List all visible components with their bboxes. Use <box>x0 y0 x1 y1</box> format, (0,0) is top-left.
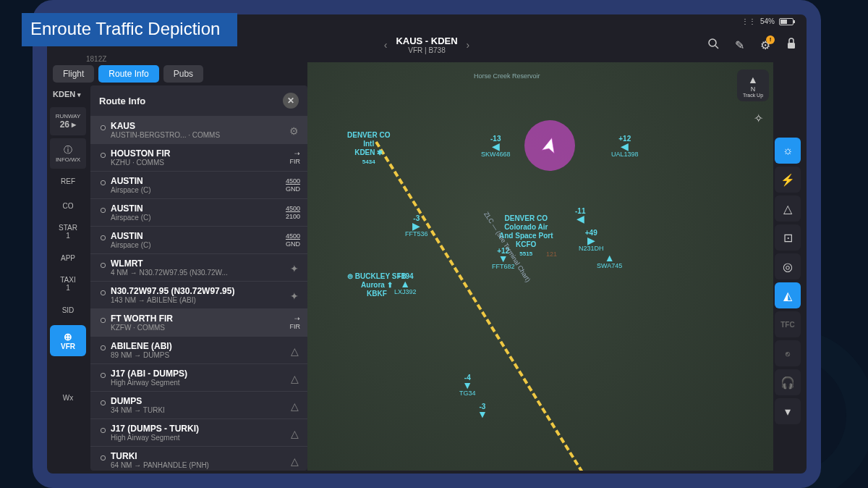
route-subtitle: VFR | B738 <box>396 46 457 54</box>
nav-app[interactable]: APP <box>50 245 86 270</box>
rail-warning-icon[interactable]: △ <box>775 195 801 222</box>
route-item-title: AUSTIN <box>111 176 300 186</box>
nav-sid[interactable]: SID <box>50 298 86 322</box>
route-item[interactable]: J17 (ABI - DUMPS)High Airway Segment△ <box>90 363 307 391</box>
route-item-title: DUMPS <box>111 396 300 406</box>
right-rail: ☼ ⚡ △ ⊡ ◎ ◭ TFC ⎋ 🎧 ▾ <box>775 138 804 424</box>
search-icon[interactable] <box>707 38 719 52</box>
nav-info-wx[interactable]: ⓘ INFO/WX <box>50 138 86 169</box>
svg-rect-2 <box>788 43 795 49</box>
traffic-target[interactable]: +12◀UAL1398 <box>611 135 639 158</box>
route-item-altitude: 45002100 <box>286 205 300 221</box>
tab-route-info[interactable]: Route Info <box>98 65 158 83</box>
rail-tfc-button[interactable]: TFC <box>775 311 801 337</box>
route-item-title: ABILENE (ABI) <box>111 341 300 351</box>
battery-pct: 54% <box>760 17 775 25</box>
draw-icon[interactable]: ✎ <box>735 38 744 52</box>
rail-audio-icon[interactable]: 🎧 <box>775 369 801 395</box>
route-item-subtitle: 143 NM → ABILENE (ABI) <box>111 296 300 304</box>
nav-star[interactable]: STAR1 <box>50 218 86 245</box>
route-item-altitude: 4500GND <box>286 177 300 193</box>
settings-icon[interactable]: ⚙! <box>760 38 770 52</box>
route-item[interactable]: ABILENE (ABI)89 NM → DUMPS△ <box>90 336 307 363</box>
route-item-icon: △ <box>291 428 299 439</box>
nav-co[interactable]: CO <box>50 193 86 218</box>
rail-brightness-icon[interactable]: ☼ <box>775 138 801 164</box>
route-item-icon: △ <box>291 345 299 357</box>
sidebar-nav: RUNWAY 26 ▸ ⓘ INFO/WX REF CO STAR1 APP T… <box>50 107 86 410</box>
route-item-title: KAUS <box>111 121 300 131</box>
ownship-marker <box>524 120 575 171</box>
route-list: KAUSAUSTIN-BERGSTRO... · COMMS⚙HOUSTON F… <box>90 116 307 471</box>
nav-runway[interactable]: RUNWAY 26 ▸ <box>50 107 86 135</box>
route-item[interactable]: N30.72W97.95 (N30.72W97.95)143 NM → ABIL… <box>90 281 307 308</box>
route-item-subtitle: 89 NM → DUMPS <box>111 351 300 359</box>
route-item-title: TURKI <box>111 451 300 461</box>
route-item[interactable]: AUSTINAirspace (C)4500GND <box>90 171 307 198</box>
obstruction-number: 121 <box>546 251 557 258</box>
route-item-fir-badge: ⇢FIR <box>290 150 301 166</box>
route-item-subtitle: AUSTIN-BERGSTRO... · COMMS <box>111 131 300 139</box>
route-item[interactable]: KAUSAUSTIN-BERGSTRO... · COMMS⚙ <box>90 116 307 143</box>
route-item[interactable]: DUMPS34 NM → TURKI△ <box>90 391 307 418</box>
route-item-icon: ⚙ <box>289 125 299 137</box>
lock-icon[interactable] <box>786 38 796 52</box>
route-item-subtitle: KZFW · COMMS <box>111 324 300 332</box>
rail-speed-icon[interactable]: ⎋ <box>775 340 801 366</box>
nav-vfr[interactable]: VFR <box>50 325 86 356</box>
wifi-icon: ⋮⋮ <box>741 17 756 25</box>
locate-button[interactable]: ✧ <box>754 112 763 125</box>
map-area[interactable]: Horse Creek Reservoir DENVER COIntl KDEN… <box>307 62 773 471</box>
compass-button[interactable]: ▲ N Track Up <box>737 70 769 101</box>
rail-terrain-icon[interactable]: ◭ <box>775 282 801 308</box>
route-item-subtitle: High Airway Segment <box>111 379 300 387</box>
route-item-subtitle: High Airway Segment <box>111 434 300 442</box>
nav-wx[interactable]: Wx <box>50 385 86 410</box>
route-item[interactable]: AUSTINAirspace (C)45002100 <box>90 198 307 226</box>
battery-icon <box>779 18 793 25</box>
rail-chevron-down-icon[interactable]: ▾ <box>775 398 801 424</box>
svg-line-1 <box>715 46 718 49</box>
route-item-altitude: 4500GND <box>286 232 300 248</box>
nav-ref[interactable]: REF <box>50 169 86 193</box>
route-item-subtitle: 4 NM → N30.72W97.95 (N30.72W... <box>111 269 300 277</box>
panel-title: Route Info <box>99 96 145 106</box>
rail-target-icon[interactable]: ◎ <box>775 253 801 279</box>
rail-bolt-icon[interactable]: ⚡ <box>775 167 801 193</box>
route-item-icon: ✦ <box>290 290 299 302</box>
route-item-icon: △ <box>291 373 299 384</box>
route-item[interactable]: AUSTINAirspace (C)4500GND <box>90 226 307 253</box>
nav-taxi[interactable]: TAXI1 <box>50 270 86 298</box>
rail-grid-icon[interactable]: ⊡ <box>775 224 801 251</box>
route-item[interactable]: HOUSTON FIRKZHU · COMMS⇢FIR <box>90 143 307 171</box>
route-item[interactable]: TURKI64 NM → PANHANDLE (PNH)△ <box>90 446 307 471</box>
route-item[interactable]: FT WORTH FIRKZFW · COMMS⇢FIR <box>90 308 307 336</box>
route-item-icon: ✦ <box>290 263 299 274</box>
tab-flight[interactable]: Flight <box>53 65 94 83</box>
route-item-title: J17 (DUMPS - TURKI) <box>111 424 300 434</box>
close-panel-button[interactable]: ✕ <box>283 93 299 109</box>
tab-pubs[interactable]: Pubs <box>163 65 203 83</box>
traffic-target[interactable]: -13◀SKW4668 <box>481 135 511 158</box>
traffic-target[interactable]: -4▼TG34 <box>459 374 476 397</box>
route-item-subtitle: KZHU · COMMS <box>111 159 300 167</box>
route-item-subtitle: Airspace (C) <box>111 241 300 249</box>
destination-label[interactable]: KDEN <box>53 90 81 98</box>
traffic-target[interactable]: -11◀ <box>575 207 585 223</box>
traffic-target[interactable]: -3▼ <box>477 403 488 418</box>
route-item[interactable]: J17 (DUMPS - TURKI)High Airway Segment△ <box>90 418 307 446</box>
next-route-button[interactable]: › <box>467 39 470 51</box>
route-item-title: WLMRT <box>111 258 300 269</box>
traffic-target[interactable]: -3▶FFT536 <box>405 214 428 237</box>
route-item-subtitle: Airspace (C) <box>111 186 300 194</box>
route-item[interactable]: WLMRT4 NM → N30.72W97.95 (N30.72W...✦ <box>90 253 307 281</box>
route-item-title: AUSTIN <box>111 203 300 214</box>
route-item-title: N30.72W97.95 (N30.72W97.95) <box>111 286 300 296</box>
traffic-target[interactable]: ▲SWA745 <box>597 254 622 269</box>
map-label-reservoir: Horse Creek Reservoir <box>474 72 540 80</box>
tabs-row: Flight Route Info Pubs <box>53 65 203 83</box>
prev-route-button[interactable]: ‹ <box>384 39 388 51</box>
traffic-target[interactable]: +49▶N231DH <box>579 229 604 252</box>
traffic-target[interactable]: +194▲LXJ392 <box>394 272 417 295</box>
airport-kden[interactable]: DENVER COIntl KDEN ✱ 5434 <box>347 131 390 166</box>
